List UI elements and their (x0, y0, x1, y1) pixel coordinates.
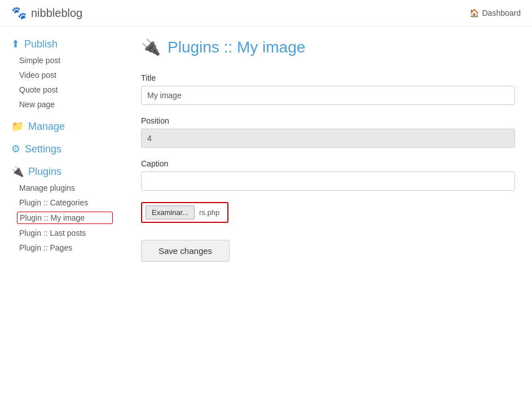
sidebar-settings-title[interactable]: ⚙ Settings (11, 143, 113, 155)
logo-icon: 🐾 (11, 6, 27, 20)
publish-items: Simple post Video post Quote post New pa… (11, 55, 113, 110)
plugins-items: Manage plugins Plugin :: Categories Plug… (11, 182, 113, 253)
sidebar-item-simple-post[interactable]: Simple post (17, 55, 113, 66)
position-group: Position (141, 116, 515, 148)
caption-input[interactable] (141, 172, 515, 191)
plugins-icon: 🔌 (11, 165, 24, 178)
sidebar-manage-title[interactable]: 📁 Manage (11, 120, 113, 133)
dashboard-link[interactable]: 🏠 Dashboard (469, 8, 521, 17)
page-title: Plugins :: My image (168, 38, 305, 56)
page-title-area: 🔌 Plugins :: My image (141, 38, 515, 56)
plugins-label: Plugins (28, 166, 61, 178)
dashboard-label: Dashboard (482, 8, 521, 17)
caption-group: Caption (141, 159, 515, 191)
sidebar-item-new-page[interactable]: New page (17, 99, 113, 110)
title-input[interactable] (141, 86, 515, 105)
sidebar-section-publish: ⬆ Publish Simple post Video post Quote p… (11, 38, 113, 110)
file-name: rs.php (195, 206, 224, 219)
dashboard-icon: 🏠 (469, 8, 479, 17)
position-input[interactable] (141, 129, 515, 148)
sidebar-section-plugins: 🔌 Plugins Manage plugins Plugin :: Categ… (11, 165, 113, 253)
title-label: Title (141, 73, 515, 82)
file-group: Examinar... rs.php (141, 202, 515, 223)
sidebar-item-quote-post[interactable]: Quote post (17, 84, 113, 95)
sidebar-item-plugin-my-image[interactable]: Plugin :: My image (17, 212, 113, 224)
sidebar-item-manage-plugins[interactable]: Manage plugins (17, 182, 113, 194)
save-group: Save changes (141, 234, 515, 262)
sidebar-item-plugin-categories[interactable]: Plugin :: Categories (17, 197, 113, 208)
sidebar-publish-title[interactable]: ⬆ Publish (11, 38, 113, 50)
sidebar-plugins-title[interactable]: 🔌 Plugins (11, 165, 113, 178)
sidebar-item-plugin-last-posts[interactable]: Plugin :: Last posts (17, 227, 113, 239)
settings-icon: ⚙ (11, 143, 20, 155)
sidebar-item-plugin-pages[interactable]: Plugin :: Pages (17, 242, 113, 253)
publish-label: Publish (24, 38, 58, 50)
caption-label: Caption (141, 159, 515, 168)
sidebar-section-settings: ⚙ Settings (11, 143, 113, 155)
logo: 🐾 nibbleblog (11, 6, 82, 20)
manage-icon: 📁 (11, 120, 24, 133)
settings-label: Settings (25, 143, 61, 155)
sidebar-item-video-post[interactable]: Video post (17, 69, 113, 81)
layout: ⬆ Publish Simple post Video post Quote p… (0, 27, 532, 393)
main-content: 🔌 Plugins :: My image Title Position Cap… (124, 27, 532, 393)
header: 🐾 nibbleblog 🏠 Dashboard (0, 0, 532, 27)
sidebar-section-manage: 📁 Manage (11, 120, 113, 133)
title-group: Title (141, 73, 515, 105)
manage-label: Manage (28, 121, 65, 133)
file-input-area: Examinar... rs.php (141, 202, 228, 223)
position-label: Position (141, 116, 515, 125)
publish-icon: ⬆ (11, 38, 20, 50)
save-button[interactable]: Save changes (141, 240, 230, 262)
page-title-icon: 🔌 (141, 38, 161, 56)
sidebar: ⬆ Publish Simple post Video post Quote p… (0, 27, 124, 393)
file-browse-button[interactable]: Examinar... (146, 205, 195, 220)
logo-text: nibbleblog (31, 7, 82, 20)
